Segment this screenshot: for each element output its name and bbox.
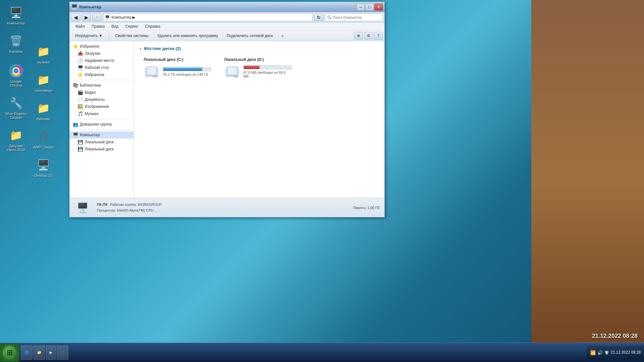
desktop-icon-propovedi[interactable]: 📁 проповеди [31, 71, 56, 94]
refresh-button[interactable]: ↻ [314, 14, 323, 21]
menu-bar: Файл Правка Вид Сервис Справка [70, 23, 384, 30]
sidebar-computer-section: 🖥️ Компьютер 💾 Локальный диск 💾 Локальны… [70, 131, 134, 153]
drive-d-item[interactable]: Локальный диск (D:) [223, 56, 293, 81]
sidebar-libraries-items: 🎬 Видео 📄 Документы 🖼️ Изображения [74, 89, 134, 117]
propovedi-icon: 📁 [36, 72, 51, 88]
window-controls: ─ □ ✕ [356, 4, 383, 11]
breadcrumb-icon: 🖥️ [105, 15, 110, 20]
sidebar-libraries-section: 📚 Библиотеки 🎬 Видео 📄 Документы [70, 82, 134, 117]
sidebar-divider-3 [73, 129, 130, 130]
sidebar-computer-items: 💾 Локальный диск 💾 Локальный диск [74, 138, 134, 153]
more-button[interactable]: » [278, 32, 287, 40]
music-icon: 📁 [36, 44, 51, 59]
favorites-star-icon: ⭐ [73, 44, 78, 49]
sidebar-computer-header[interactable]: 🖥️ Компьютер [70, 131, 134, 138]
propovedi-icon-label: проповеди [35, 89, 52, 92]
desktop-icon-dvorove[interactable]: 📁 Дворове свято 2018 [3, 126, 29, 153]
svg-rect-2 [147, 67, 156, 74]
address-bar: ◀ ▶ ↑ 🖥️ Компьютер ▶ ↻ 🔍 [70, 12, 384, 23]
downloads-icon: 📥 [78, 51, 83, 56]
view-controls: ⊞ ☰ ? [354, 32, 383, 40]
drive-d-icon [224, 64, 240, 79]
uninstall-button[interactable]: Удалить или изменить программу [154, 32, 222, 40]
desktop-icon-filmy[interactable]: 📁 фильмы [31, 99, 56, 122]
organize-button[interactable]: Упорядочить ▼ [71, 32, 106, 40]
breadcrumb-text: Компьютер ▶ [111, 15, 135, 20]
wise-icon-label: Wise Registry Cleaner [5, 112, 27, 119]
start-button[interactable]: ⊞ [0, 344, 19, 362]
music-lib-icon: 🎵 [78, 111, 83, 116]
taskbar-explorer-button[interactable]: 📁 [33, 346, 45, 360]
up-button[interactable]: ↑ [92, 14, 101, 21]
desktop-icon-music[interactable]: 📁 музыка [31, 42, 56, 66]
sidebar-item-local-d[interactable]: 💾 Локальный диск [74, 146, 134, 153]
close-button[interactable]: ✕ [374, 4, 383, 11]
menu-help[interactable]: Справка [143, 24, 163, 29]
tray-volume-icon[interactable]: 🔊 [597, 350, 603, 355]
sidebar-favorites-section: ⭐ Избранное 📥 Загрузки 🕒 Недавние места [70, 43, 134, 78]
sidebar-item-desktop[interactable]: 🖥️ Рабочий стол [74, 64, 134, 71]
sidebar-item-favorites[interactable]: ⭐ Избранное [74, 71, 134, 78]
view-list-button[interactable]: ☰ [364, 32, 373, 40]
menu-service[interactable]: Сервис [123, 24, 141, 29]
desktop-nav-icon: 🖥️ [78, 65, 83, 70]
sidebar-favorites-header[interactable]: ⭐ Избранное [70, 43, 134, 50]
sidebar-item-downloads[interactable]: 📥 Загрузки [74, 50, 134, 57]
sidebar-item-local-c[interactable]: 💾 Локальный диск [74, 138, 134, 146]
taskbar-media-button[interactable]: ▶ [46, 346, 56, 360]
minimize-button[interactable]: ─ [356, 4, 365, 11]
drive-d-label: 67,0 МБ свободно из 99,9 МБ [243, 71, 292, 78]
help-button[interactable]: ? [374, 32, 383, 40]
svg-point-9 [236, 75, 238, 77]
video-lib-icon: 🎬 [78, 90, 83, 95]
disk-d-icon: 💾 [78, 147, 83, 152]
sidebar-item-music[interactable]: 🎵 Музыка [74, 110, 134, 117]
system-props-button[interactable]: Свойства системы [112, 32, 152, 40]
sidebar-item-recent[interactable]: 🕒 Недавние места [74, 57, 134, 64]
status-info: ПК-ПК Рабочая группа: WORKGROUP Процессо… [97, 202, 162, 213]
recycle-icon-label: Корзина [9, 50, 23, 53]
tray-network-icon: 📶 [590, 350, 596, 355]
drive-d-bar-container [243, 65, 292, 69]
aimp-taskbar-icon: 🎵 [60, 350, 65, 355]
ie-icon: 🌐 [24, 350, 29, 355]
menu-file[interactable]: Файл [73, 24, 88, 29]
back-button[interactable]: ◀ [71, 14, 80, 21]
address-path[interactable]: 🖥️ Компьютер ▶ [103, 14, 313, 21]
menu-edit[interactable]: Правка [89, 24, 108, 29]
menu-view[interactable]: Вид [109, 24, 121, 29]
taskbar-ie-button[interactable]: 🌐 [21, 346, 33, 360]
desktop-icon-computer[interactable]: 🖥️ Компьютер [3, 3, 29, 27]
sidebar-homegroup-header[interactable]: 👥 Домашняя группа [70, 121, 134, 128]
aimp-icon: 🎵 [36, 129, 51, 144]
map-drive-button[interactable]: Подключить сетевой диск [223, 32, 276, 40]
chrome-icon [8, 63, 24, 79]
desktop-icon-desktop2[interactable]: 🖥️ Desktop (2) [31, 156, 56, 179]
sidebar-favorites-items: 📥 Загрузки 🕒 Недавние места 🖥️ Рабочий с… [74, 50, 134, 78]
view-toggle-button[interactable]: ⊞ [354, 32, 363, 40]
sidebar: ⭐ Избранное 📥 Загрузки 🕒 Недавние места [70, 41, 134, 198]
sidebar-item-documents[interactable]: 📄 Документы [74, 96, 134, 103]
desktop-icon-recycle[interactable]: 🗑️ Корзина [3, 32, 29, 55]
svg-point-3 [153, 75, 155, 77]
status-bar: 🖥️ ПК-ПК Рабочая группа: WORKGROUP Проце… [70, 198, 384, 217]
sidebar-libraries-header[interactable]: 📚 Библиотеки [70, 82, 134, 89]
media-icon: ▶ [50, 350, 52, 355]
sidebar-item-images[interactable]: 🖼️ Изображения [74, 103, 134, 110]
desktop-icon-chrome[interactable]: Google Chrome [3, 62, 29, 89]
drive-c-name: Локальный диск (C:) [144, 57, 183, 62]
desktop2-icon: 🖥️ [36, 157, 51, 173]
search-input[interactable] [333, 15, 381, 19]
disk-c-icon: 💾 [78, 139, 83, 145]
drive-d-row: 67,0 МБ свободно из 99,9 МБ [224, 64, 292, 79]
pc-nav-icon: 🖥️ [73, 132, 78, 138]
sidebar-item-video[interactable]: 🎬 Видео [74, 89, 134, 96]
drive-c-item[interactable]: Локальный диск (C:) [142, 56, 213, 81]
maximize-button[interactable]: □ [365, 4, 374, 11]
desktop-icon-aimp[interactable]: 🎵 AIMP Classic [31, 127, 56, 151]
taskbar-aimp-button[interactable]: 🎵 [57, 346, 68, 360]
desktop-icon-wise[interactable]: 🔧 Wise Registry Cleaner [3, 94, 29, 121]
forward-button[interactable]: ▶ [82, 14, 91, 21]
start-orb-icon: ⊞ [3, 346, 17, 360]
explorer-window: 🖥️ Компьютер ─ □ ✕ ◀ ▶ ↑ 🖥️ Компьютер ▶ … [69, 2, 385, 217]
